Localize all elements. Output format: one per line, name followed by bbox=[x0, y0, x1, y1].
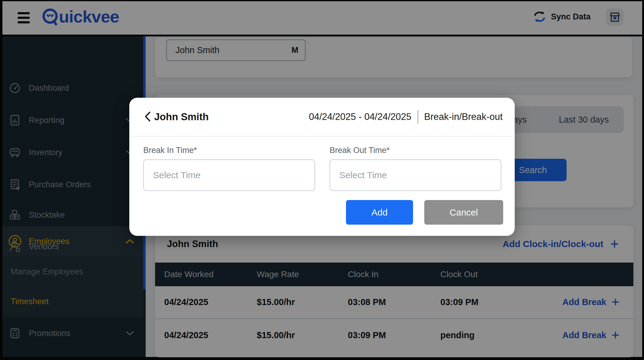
modal-date-range: 04/24/2025 - 04/24/2025 bbox=[309, 111, 412, 122]
back-chevron-icon[interactable] bbox=[144, 111, 151, 122]
break-out-time-label: Break Out Time* bbox=[330, 146, 390, 155]
cancel-button[interactable]: Cancel bbox=[424, 200, 503, 225]
modal-mode-label: Break-in/Break-out bbox=[424, 111, 503, 122]
modal-title: John Smith bbox=[154, 111, 209, 123]
vertical-divider bbox=[418, 110, 418, 124]
break-out-time-input[interactable] bbox=[330, 159, 501, 191]
break-in-time-input[interactable] bbox=[143, 159, 315, 191]
modal-header: John Smith 04/24/2025 - 04/24/2025 Break… bbox=[129, 98, 515, 136]
modal-header-divider bbox=[129, 136, 515, 137]
break-in-out-modal: John Smith 04/24/2025 - 04/24/2025 Break… bbox=[129, 98, 515, 236]
add-button[interactable]: Add bbox=[346, 200, 413, 225]
break-in-time-label: Break In Time* bbox=[143, 146, 197, 155]
modal-header-meta: 04/24/2025 - 04/24/2025 Break-in/Break-o… bbox=[309, 110, 503, 124]
app-window: uickvee Sync Data Dashb bbox=[0, 0, 644, 360]
